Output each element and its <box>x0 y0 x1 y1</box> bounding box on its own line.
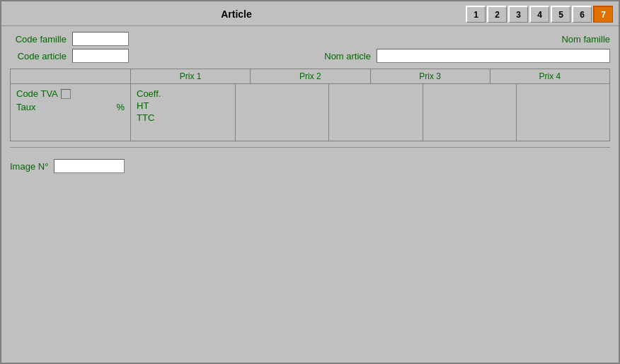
tab-buttons: 1 2 3 4 5 6 7 <box>466 6 613 23</box>
prix1-col <box>236 84 329 141</box>
tab-4[interactable]: 4 <box>529 6 549 23</box>
coeff-label: Coeff. <box>137 88 229 99</box>
code-famille-row: Code famille Nom famille <box>10 32 610 46</box>
prix-header-row: Prix 1 Prix 2 Prix 3 Prix 4 <box>11 69 609 84</box>
tva-checkbox[interactable] <box>61 89 71 99</box>
taux-row: Taux % <box>16 102 125 112</box>
prix3-header: Prix 3 <box>371 69 490 83</box>
window-title: Article <box>7 8 466 20</box>
separator-1 <box>10 147 610 148</box>
coeff-col: Coeff. HT TTC <box>131 84 236 141</box>
code-famille-input[interactable] <box>72 32 129 46</box>
image-label: Image N° <box>10 161 48 172</box>
prix2-header: Prix 2 <box>251 69 370 83</box>
tab-6[interactable]: 6 <box>572 6 592 23</box>
image-row: Image N° <box>10 159 610 173</box>
taux-label: Taux <box>16 102 35 112</box>
code-article-input[interactable] <box>72 49 129 63</box>
prix-header-spacer <box>11 69 131 83</box>
title-bar: Article 1 2 3 4 5 6 7 <box>1 1 619 26</box>
code-tva-row: Code TVA <box>16 88 125 99</box>
nom-famille-label: Nom famille <box>561 34 610 45</box>
prix-section: Prix 1 Prix 2 Prix 3 Prix 4 Code TVA Tau… <box>10 69 610 141</box>
prix4-col <box>517 84 609 141</box>
prix1-header: Prix 1 <box>131 69 251 83</box>
ttc-label: TTC <box>137 112 229 123</box>
image-input[interactable] <box>54 159 125 173</box>
code-famille-label: Code famille <box>10 34 67 45</box>
tab-2[interactable]: 2 <box>487 6 507 23</box>
prix2-col <box>329 84 423 141</box>
tab-1[interactable]: 1 <box>466 6 486 23</box>
main-window: Article 1 2 3 4 5 6 7 Code famille Nom f… <box>0 0 620 364</box>
tab-7[interactable]: 7 <box>593 6 613 23</box>
ht-label: HT <box>137 100 229 111</box>
tab-3[interactable]: 3 <box>508 6 528 23</box>
nom-article-input[interactable] <box>377 49 610 63</box>
tab-5[interactable]: 5 <box>551 6 570 23</box>
prix-left-col: Code TVA Taux % <box>11 84 131 141</box>
nom-article-label: Nom article <box>324 51 371 61</box>
content-area: Code famille Nom famille Code article No… <box>1 26 619 363</box>
prix3-col <box>423 84 517 141</box>
code-tva-label: Code TVA <box>16 88 58 99</box>
taux-unit: % <box>116 102 125 112</box>
prix-body-row: Code TVA Taux % Coeff. HT TTC <box>11 84 609 141</box>
code-article-row: Code article Nom article <box>10 49 610 63</box>
code-article-label: Code article <box>10 51 67 61</box>
prix4-header: Prix 4 <box>490 69 609 83</box>
